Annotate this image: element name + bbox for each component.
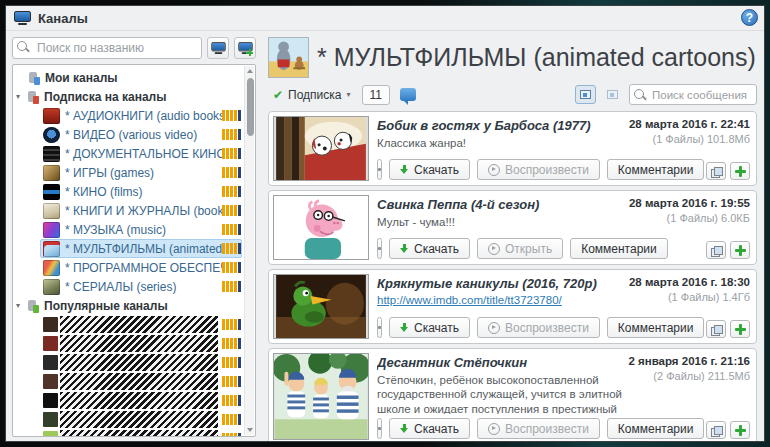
games-channel-icon bbox=[43, 165, 60, 181]
sidebar-item-books[interactable]: * КНИГИ И ЖУРНАЛЫ (books and ... bbox=[13, 201, 255, 220]
window-title: Каналы bbox=[38, 11, 88, 26]
channels-sidebar: Мои каналы ▾ Подписка на каналы * АУДИОК… bbox=[6, 31, 260, 441]
post-thumbnail-duck bbox=[273, 274, 369, 339]
play-button[interactable]: Воспроизвести bbox=[477, 418, 600, 439]
post-link[interactable]: http://www.imdb.com/title/tt3723780/ bbox=[377, 294, 632, 306]
channel-detail-panel: * МУЛЬТФИЛЬМЫ (animated cartoons) ✔ Подп… bbox=[260, 31, 764, 441]
rating-bars bbox=[222, 129, 241, 140]
popular-channel-row[interactable] bbox=[13, 372, 255, 391]
popular-channel-row[interactable] bbox=[13, 353, 255, 372]
sidebar-item-audiobooks[interactable]: * АУДИОКНИГИ (audio books) bbox=[13, 106, 255, 125]
copy-pages-icon bbox=[711, 325, 721, 334]
sidebar-item-films[interactable]: * КИНО (films) bbox=[13, 182, 255, 201]
popular-channel-row[interactable] bbox=[13, 429, 255, 437]
post-files: (1 Файлы) 6.0КБ bbox=[667, 212, 750, 224]
export-button[interactable] bbox=[706, 421, 726, 439]
post-thumbnail-bobik bbox=[273, 116, 369, 181]
detail-view-toggle[interactable] bbox=[575, 85, 596, 104]
copy-pages-icon bbox=[711, 246, 721, 255]
green-plus-icon bbox=[735, 245, 746, 256]
vote-button[interactable] bbox=[377, 418, 382, 439]
person-bookmark-icon bbox=[26, 90, 39, 104]
copy-pages-icon bbox=[711, 167, 721, 176]
post-date: 28 марта 2016 г. 18:30 bbox=[629, 276, 750, 288]
add-button[interactable] bbox=[730, 421, 750, 439]
films-channel-icon bbox=[43, 184, 60, 200]
green-down-arrow-icon bbox=[400, 424, 409, 434]
rating-bars bbox=[222, 376, 241, 387]
channel-toolbar: ✔ Подписка ▾ 11 bbox=[268, 84, 757, 105]
sidebar-item-music[interactable]: * МУЗЫКА (music) bbox=[13, 220, 255, 239]
export-button[interactable] bbox=[706, 241, 726, 259]
circled-play-icon bbox=[488, 423, 500, 435]
post-count-badge: 11 bbox=[362, 85, 390, 105]
person-bookmark-icon bbox=[26, 299, 39, 313]
play-button[interactable]: Воспроизвести bbox=[477, 159, 600, 180]
export-button[interactable] bbox=[706, 320, 726, 338]
message-bubble-icon[interactable] bbox=[400, 88, 416, 101]
scrollbar-thumb[interactable] bbox=[247, 78, 254, 136]
post-thumbnail-sailors bbox=[273, 353, 369, 440]
popular-channel-row[interactable] bbox=[13, 391, 255, 410]
post-files: (1 Файлы) 1.4Гб bbox=[668, 291, 750, 303]
rating-bars bbox=[222, 395, 241, 406]
subscribe-button[interactable]: ✔ Подписка ▾ bbox=[268, 85, 356, 105]
rating-bars bbox=[222, 224, 241, 235]
vote-button[interactable] bbox=[377, 159, 382, 180]
post-files: (2 Файлы) 211.5Мб bbox=[653, 370, 750, 382]
popular-channel-row[interactable] bbox=[13, 334, 255, 353]
message-search-input[interactable] bbox=[629, 84, 757, 105]
download-button[interactable]: Скачать bbox=[389, 418, 470, 439]
tree-scrollbar[interactable] bbox=[244, 66, 254, 435]
chevron-down-icon: ▾ bbox=[347, 90, 351, 99]
group-subscriptions[interactable]: ▾ Подписка на каналы bbox=[13, 87, 255, 106]
group-popular-channels[interactable]: ▾ Популярные каналы bbox=[13, 296, 255, 315]
thumbnail-view-icon bbox=[607, 90, 618, 99]
scroll-up-icon[interactable] bbox=[247, 69, 253, 73]
add-button[interactable] bbox=[730, 320, 750, 338]
video-channel-icon bbox=[43, 127, 60, 143]
redacted-label bbox=[60, 316, 218, 333]
add-button[interactable] bbox=[730, 162, 750, 180]
chevron-down-icon: ▾ bbox=[16, 92, 26, 101]
post-list: Бобик в гостях у Барбоса (1977) Классика… bbox=[268, 111, 757, 441]
sidebar-item-cartoons[interactable]: * МУЛЬТФИЛЬМЫ (animated cart... bbox=[13, 239, 255, 258]
thumbnail-view-toggle[interactable] bbox=[602, 85, 623, 104]
rating-bars bbox=[222, 433, 241, 437]
channel-search-input[interactable] bbox=[12, 37, 202, 59]
vote-button[interactable] bbox=[377, 317, 382, 338]
post-date: 28 марта 2016 г. 22:41 bbox=[629, 118, 750, 130]
green-plus-icon bbox=[735, 324, 746, 335]
play-button[interactable]: Воспроизвести bbox=[477, 317, 600, 338]
sidebar-item-video[interactable]: * ВИДЕО (various video) bbox=[13, 125, 255, 144]
green-down-arrow-icon bbox=[400, 323, 409, 333]
sidebar-item-series[interactable]: * СЕРИАЛЫ (series) bbox=[13, 277, 255, 296]
add-button[interactable] bbox=[730, 241, 750, 259]
popular-channel-row[interactable] bbox=[13, 315, 255, 334]
vote-button[interactable] bbox=[377, 238, 382, 259]
titlebar: Каналы ? bbox=[6, 6, 764, 31]
popular-channel-row[interactable] bbox=[13, 410, 255, 429]
sidebar-item-documentary[interactable]: * ДОКУМЕНТАЛЬНОЕ КИНО (docu... bbox=[13, 144, 255, 163]
post-description: Мульт - чума!!! bbox=[377, 215, 632, 229]
open-button[interactable]: Открыть bbox=[477, 238, 563, 259]
redacted-label bbox=[60, 392, 218, 409]
download-button[interactable]: Скачать bbox=[389, 317, 470, 338]
sidebar-item-software[interactable]: * ПРОГРАММНОЕ ОБЕСПЕЧЕНИЕ (... bbox=[13, 258, 255, 277]
download-button[interactable]: Скачать bbox=[389, 159, 470, 180]
green-plus-icon bbox=[735, 425, 746, 436]
channel-view-button[interactable] bbox=[207, 37, 229, 59]
series-channel-icon bbox=[43, 279, 60, 295]
scroll-down-icon[interactable] bbox=[247, 428, 253, 432]
group-my-channels[interactable]: Мои каналы bbox=[13, 68, 255, 87]
rating-bars bbox=[222, 281, 241, 292]
help-icon[interactable]: ? bbox=[741, 9, 758, 26]
download-button[interactable]: Скачать bbox=[389, 238, 470, 259]
add-channel-button[interactable] bbox=[234, 37, 256, 59]
rating-bars bbox=[222, 319, 241, 330]
sidebar-item-games[interactable]: * ИГРЫ (games) bbox=[13, 163, 255, 182]
rating-bars bbox=[222, 357, 241, 368]
export-button[interactable] bbox=[706, 162, 726, 180]
chevron-down-icon: ▾ bbox=[16, 301, 26, 310]
rating-bars bbox=[222, 148, 241, 159]
